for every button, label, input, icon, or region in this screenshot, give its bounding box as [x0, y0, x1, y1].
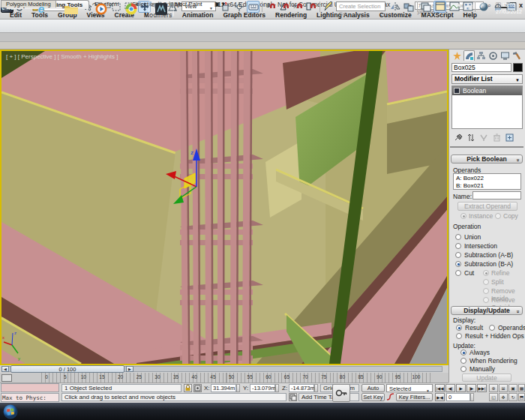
orbit-icon[interactable]: ↻: [508, 393, 518, 401]
radio-remove-outside[interactable]: [483, 297, 489, 303]
manage-layers-icon[interactable]: [419, 1, 432, 13]
taskbar-media-player-icon[interactable]: [88, 1, 114, 16]
select-and-manipulate-icon[interactable]: [232, 1, 245, 13]
radio-cut[interactable]: [455, 270, 461, 276]
maxscript-mini-listener-pink[interactable]: [1, 383, 59, 392]
menu-animation[interactable]: Animation: [182, 11, 214, 20]
tab-motion-icon[interactable]: [488, 50, 499, 61]
taskbar-chrome-icon[interactable]: [118, 1, 144, 16]
current-frame-field[interactable]: 0: [446, 393, 470, 401]
pan-icon[interactable]: ✥: [499, 393, 508, 401]
object-color-swatch[interactable]: [513, 63, 523, 72]
taskbar-3dsmax-icon[interactable]: [148, 1, 174, 16]
y-coordinate-field[interactable]: -13.079m: [250, 384, 275, 392]
selection-set-dropdown[interactable]: Selected▼: [386, 384, 433, 392]
previous-frame-button[interactable]: ◀|: [446, 384, 455, 392]
radio-always[interactable]: [460, 350, 466, 356]
frame-spinner[interactable]: [470, 393, 474, 401]
z-spinner[interactable]: [314, 384, 318, 392]
tab-utilities-icon[interactable]: [512, 50, 523, 61]
operand-a[interactable]: A: Box022: [456, 175, 518, 182]
tray-flag-icon[interactable]: ⚑: [456, 3, 461, 10]
rollout-display-update[interactable]: Display/Update«: [451, 306, 523, 315]
go-to-end-button[interactable]: ▶▶|: [477, 384, 487, 392]
radio-subtraction-ba[interactable]: [455, 261, 461, 267]
time-slider-next-arrow[interactable]: ▶: [126, 366, 134, 372]
perspective-viewport[interactable]: z x y z: [0, 50, 448, 365]
snap-toggle-3d-icon[interactable]: 3: [264, 1, 277, 13]
percent-snap-toggle-icon[interactable]: %: [291, 1, 304, 13]
spinner-snap-toggle-icon[interactable]: [304, 1, 317, 13]
set-keys-button[interactable]: [332, 384, 350, 402]
radio-result-hidden-ops[interactable]: [456, 333, 462, 339]
y-spinner[interactable]: [275, 384, 279, 392]
configure-modifier-sets-icon[interactable]: [506, 134, 514, 142]
modifier-stack-item-boolean[interactable]: Boolean: [452, 86, 522, 95]
radio-copy[interactable]: [495, 213, 501, 219]
key-filters-button[interactable]: Key Filters...: [396, 393, 433, 401]
set-key-button[interactable]: Set Key: [362, 393, 385, 401]
extract-operand-button[interactable]: Extract Operand: [458, 202, 518, 211]
modifier-bulb-icon[interactable]: [454, 88, 460, 94]
maxscript-mini-listener-white[interactable]: Max to Physc:: [1, 393, 59, 402]
object-name-field[interactable]: [452, 63, 512, 72]
radio-manually[interactable]: [460, 366, 466, 372]
remove-modifier-icon[interactable]: [493, 134, 501, 142]
radio-operands-display[interactable]: [489, 325, 495, 331]
zoom-region-icon[interactable]: ◱: [489, 393, 498, 401]
go-to-start-button[interactable]: |◀◀: [435, 384, 445, 392]
auto-key-button[interactable]: Auto Key: [362, 384, 385, 392]
zoom-icon[interactable]: ⊕: [489, 384, 498, 392]
modifier-list-dropdown[interactable]: Modifier List▼: [452, 74, 523, 84]
taskbar-internet-explorer-icon[interactable]: e: [28, 1, 54, 16]
ribbon-overflow-icon[interactable]: ▣ ▾: [208, 0, 231, 9]
tab-modify-icon[interactable]: [464, 50, 475, 61]
taskbar-explorer-icon[interactable]: [58, 1, 84, 16]
make-unique-icon[interactable]: [480, 134, 488, 142]
maximize-viewport-icon[interactable]: ⬒: [518, 393, 525, 401]
angle-snap-toggle-icon[interactable]: [278, 1, 290, 13]
radio-result[interactable]: [456, 325, 462, 331]
key-mode-toggle[interactable]: ▶◀: [435, 393, 445, 401]
absolute-mode-icon[interactable]: [194, 384, 202, 392]
tray-network-icon[interactable]: ▤: [468, 3, 474, 10]
show-end-result-icon[interactable]: [467, 134, 476, 142]
radio-instance[interactable]: [460, 213, 466, 219]
tab-create-icon[interactable]: [452, 50, 463, 61]
tab-hierarchy-icon[interactable]: [476, 50, 487, 61]
operands-list[interactable]: A: Box022 B: Box021: [453, 173, 521, 190]
radio-split[interactable]: [483, 279, 489, 285]
default-in-out-tangent-icon[interactable]: [386, 393, 394, 401]
zoom-extents-icon[interactable]: ▣: [508, 384, 518, 392]
radio-remove-inside[interactable]: [483, 288, 489, 294]
radio-intersection[interactable]: [455, 243, 461, 249]
align-icon[interactable]: [402, 1, 415, 13]
update-button[interactable]: Update: [462, 374, 512, 382]
taskbar-clock[interactable]: 15:0327/03/2012: [496, 2, 522, 15]
tray-volume-icon[interactable]: ◖: [479, 3, 483, 10]
graphite-modeling-toolbar-toggle-icon[interactable]: [434, 1, 446, 13]
time-slider-handle[interactable]: 0 / 100: [10, 365, 124, 373]
x-spinner[interactable]: [236, 384, 240, 392]
tab-display-icon[interactable]: [500, 50, 511, 61]
named-selection-sets-dropdown[interactable]: Create Selection Se▼: [336, 2, 386, 11]
mini-curve-editor-icon[interactable]: [2, 374, 12, 382]
radio-when-rendering[interactable]: [460, 358, 466, 364]
viewport-label[interactable]: [ + ] [ Perspective ] [ Smooth + Highlig…: [6, 53, 118, 60]
radio-refine[interactable]: [483, 270, 489, 276]
radio-union[interactable]: [455, 234, 461, 240]
x-coordinate-field[interactable]: 31.394m: [211, 384, 236, 392]
zoom-all-icon[interactable]: ⊞: [499, 384, 508, 392]
operand-name-input[interactable]: [472, 191, 521, 200]
rollout-pick-boolean[interactable]: Pick Boolean«: [451, 154, 523, 164]
radio-subtraction-ab[interactable]: [455, 252, 461, 258]
selection-lock-icon[interactable]: [184, 384, 192, 392]
mirror-icon[interactable]: [388, 1, 401, 13]
next-frame-button[interactable]: |▶: [466, 384, 476, 392]
edit-named-selection-sets-icon[interactable]: [322, 1, 334, 13]
isolate-icon[interactable]: [289, 393, 297, 401]
start-button[interactable]: [3, 404, 18, 420]
modifier-stack[interactable]: Boolean: [452, 86, 523, 129]
time-slider-prev-arrow[interactable]: ◀: [2, 366, 9, 372]
play-button[interactable]: ▶: [456, 384, 466, 392]
